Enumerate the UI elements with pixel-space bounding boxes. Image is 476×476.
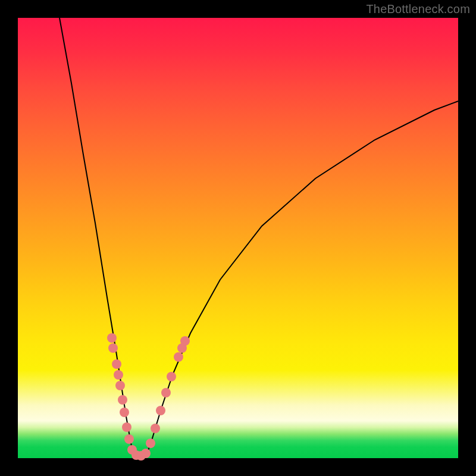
plot-area bbox=[18, 18, 458, 458]
bottleneck-curve bbox=[60, 18, 458, 456]
watermark-text: TheBottleneck.com bbox=[366, 2, 470, 16]
data-dot bbox=[174, 352, 183, 362]
data-dot bbox=[167, 372, 176, 381]
data-dot bbox=[107, 333, 117, 343]
data-dot bbox=[108, 343, 118, 353]
data-dot bbox=[156, 406, 165, 415]
data-dot bbox=[161, 388, 171, 397]
data-dot bbox=[114, 370, 123, 380]
data-dot bbox=[151, 424, 160, 433]
outer-frame: TheBottleneck.com bbox=[0, 0, 476, 476]
data-dot bbox=[146, 439, 155, 448]
data-dot bbox=[120, 408, 129, 417]
data-dot bbox=[118, 395, 127, 405]
data-dot bbox=[122, 422, 131, 432]
data-dot bbox=[112, 359, 121, 369]
data-dot bbox=[180, 336, 190, 346]
data-dot bbox=[141, 449, 151, 458]
curve-svg bbox=[18, 18, 458, 458]
data-dot bbox=[115, 381, 125, 390]
data-dot bbox=[124, 434, 134, 444]
